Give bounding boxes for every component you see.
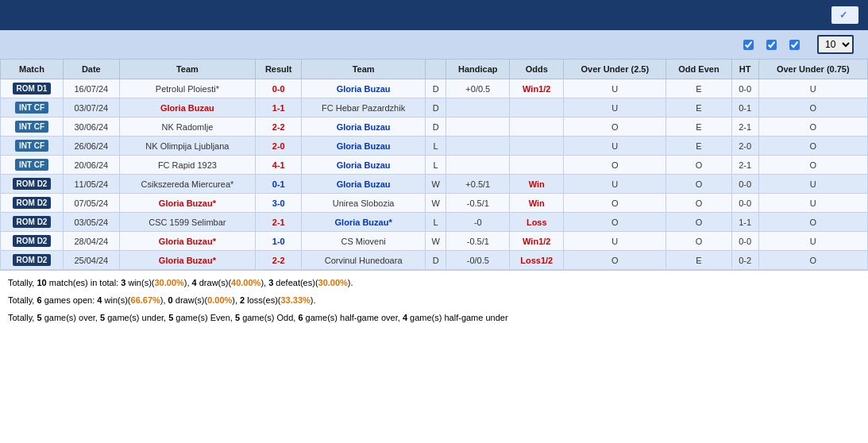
match-badge: ROM D2 — [13, 235, 52, 247]
col-odd-even: Odd Even — [666, 60, 731, 79]
cell-odds: Loss1/2 — [510, 251, 564, 270]
cell-odds: Win — [510, 194, 564, 213]
cell-odds — [510, 156, 564, 175]
cell-ht: 0-2 — [731, 251, 758, 270]
cell-handicap — [446, 156, 510, 175]
table-row: ROM D1 16/07/24 Petrolul Ploiesti* 0-0 G… — [1, 79, 868, 98]
footer-line1: Totally, 10 match(es) in total: 3 win(s)… — [8, 275, 860, 291]
cell-score: 0-1 — [256, 175, 302, 194]
cell-result-letter: W — [425, 232, 446, 251]
match-badge: ROM D2 — [13, 178, 52, 190]
col-ht: HT — [731, 60, 758, 79]
cell-team2: Gloria Buzau — [302, 79, 426, 98]
filter-romd1 — [766, 40, 780, 50]
cell-score: 1-0 — [256, 232, 302, 251]
cell-odds: Loss — [510, 213, 564, 232]
cell-match: INT CF — [1, 117, 64, 137]
scores-table: Match Date Team Result Team Handicap Odd… — [0, 59, 868, 270]
cell-handicap: -0.5/1 — [446, 232, 510, 251]
cell-date: 26/06/24 — [63, 137, 119, 156]
table-row: INT CF 03/07/24 Gloria Buzau 1-1 FC Heba… — [1, 98, 868, 117]
cell-handicap: -0.5/1 — [446, 194, 510, 213]
cell-match: ROM D2 — [1, 175, 64, 194]
cell-team2: Gloria Buzau — [302, 137, 426, 156]
cell-odd-even: O — [666, 194, 731, 213]
cell-team2: Gloria Buzau — [302, 156, 426, 175]
cell-ou25: U — [564, 98, 666, 117]
cell-handicap: +0/0.5 — [446, 79, 510, 98]
col-odds: Odds — [510, 60, 564, 79]
cell-date: 03/05/24 — [63, 213, 119, 232]
cell-team1: Gloria Buzau* — [119, 251, 256, 270]
cell-result-letter: W — [425, 175, 446, 194]
filter-romd2-checkbox[interactable] — [789, 40, 800, 50]
match-badge: ROM D2 — [13, 254, 52, 266]
cell-team2: Gloria Buzau* — [302, 213, 426, 232]
filter-intcf — [743, 40, 757, 50]
cell-ou25: U — [564, 232, 666, 251]
cell-team2: Gloria Buzau — [302, 175, 426, 194]
cell-ht: 2-1 — [731, 117, 758, 137]
filter-romd1-checkbox[interactable] — [766, 40, 777, 50]
cell-team2: Gloria Buzau — [302, 117, 426, 137]
cell-odd-even: E — [666, 117, 731, 137]
table-row: INT CF 30/06/24 NK Radomlje 2-2 Gloria B… — [1, 117, 868, 137]
cell-result-letter: D — [425, 98, 446, 117]
cell-date: 03/07/24 — [63, 98, 119, 117]
cell-match: ROM D2 — [1, 232, 64, 251]
cell-date: 28/04/24 — [63, 232, 119, 251]
cell-handicap — [446, 117, 510, 137]
cell-team1: FC Rapid 1923 — [119, 156, 256, 175]
col-result: Result — [256, 60, 302, 79]
cell-ou075: U — [758, 175, 867, 194]
cell-date: 25/04/24 — [63, 251, 119, 270]
col-match: Match — [1, 60, 64, 79]
filter-intcf-checkbox[interactable] — [743, 40, 754, 50]
col-result-letter — [425, 60, 446, 79]
cell-team1: Csikszereda Miercurea* — [119, 175, 256, 194]
cell-ou075: O — [758, 98, 867, 117]
cell-ht: 0-1 — [731, 98, 758, 117]
cell-ht: 0-0 — [731, 232, 758, 251]
col-team2: Team — [302, 60, 426, 79]
cell-ou25: U — [564, 79, 666, 98]
cell-score: 2-2 — [256, 251, 302, 270]
table-row: INT CF 26/06/24 NK Olimpija Ljubljana 2-… — [1, 137, 868, 156]
games-select[interactable]: 10 5 15 20 all — [817, 35, 854, 54]
table-row: ROM D2 25/04/24 Gloria Buzau* 2-2 Corvin… — [1, 251, 868, 270]
cell-team1: NK Olimpija Ljubljana — [119, 137, 256, 156]
cell-result-letter: W — [425, 194, 446, 213]
cell-handicap: +0.5/1 — [446, 175, 510, 194]
cell-score: 4-1 — [256, 156, 302, 175]
cell-ht: 0-0 — [731, 79, 758, 98]
cell-odd-even: E — [666, 251, 731, 270]
cell-team2: Unirea Slobozia — [302, 194, 426, 213]
display-notes-button[interactable]: ✓ — [831, 6, 858, 24]
cell-match: ROM D2 — [1, 251, 64, 270]
cell-odd-even: O — [666, 156, 731, 175]
col-ou075: Over Under (0.75) — [758, 60, 867, 79]
cell-score: 2-1 — [256, 213, 302, 232]
cell-handicap: -0 — [446, 213, 510, 232]
cell-ou075: U — [758, 232, 867, 251]
cell-date: 07/05/24 — [63, 194, 119, 213]
cell-date: 11/05/24 — [63, 175, 119, 194]
table-header-row: Match Date Team Result Team Handicap Odd… — [1, 60, 868, 79]
cell-ou075: U — [758, 194, 867, 213]
cell-ou25: O — [564, 213, 666, 232]
cell-ht: 0-0 — [731, 194, 758, 213]
cell-date: 30/06/24 — [63, 117, 119, 137]
footer: Totally, 10 match(es) in total: 3 win(s)… — [0, 270, 868, 332]
table-row: ROM D2 28/04/24 Gloria Buzau* 1-0 CS Mio… — [1, 232, 868, 251]
cell-ou075: O — [758, 213, 867, 232]
cell-ou075: O — [758, 137, 867, 156]
col-handicap: Handicap — [446, 60, 510, 79]
table-row: ROM D2 03/05/24 CSC 1599 Selimbar 2-1 Gl… — [1, 213, 868, 232]
cell-score: 0-0 — [256, 79, 302, 98]
cell-odd-even: E — [666, 98, 731, 117]
cell-result-letter: L — [425, 213, 446, 232]
cell-ht: 1-1 — [731, 213, 758, 232]
cell-ou075: O — [758, 117, 867, 137]
match-badge: INT CF — [15, 121, 48, 133]
cell-match: INT CF — [1, 156, 64, 175]
